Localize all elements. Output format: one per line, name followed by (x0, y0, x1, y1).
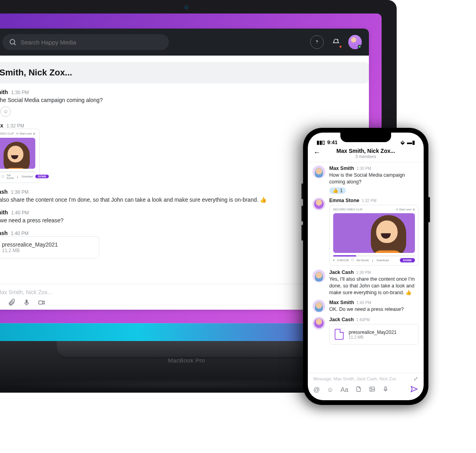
message: Max Smith1:30 PM How is the Social Media… (313, 166, 419, 194)
send-icon[interactable] (410, 385, 418, 395)
expand-icon[interactable]: ⤢ (413, 376, 418, 382)
message-time: 1:30 PM (357, 166, 371, 171)
search-box[interactable] (2, 34, 169, 50)
video-frame[interactable] (333, 213, 415, 253)
file-attachment[interactable]: pressrealice_May2021 11.2 MB (0, 236, 99, 258)
file-name: pressrealice_May2021 (349, 330, 397, 335)
video-download[interactable]: Download (21, 175, 33, 178)
message-time: 1:40 PM (357, 301, 371, 305)
search-input[interactable] (21, 39, 163, 46)
message-author: Max Smith (0, 89, 8, 95)
avatar[interactable] (313, 270, 325, 282)
video-frame[interactable] (0, 138, 35, 169)
video-startover[interactable]: Start over (19, 132, 32, 135)
restart-icon[interactable]: ⟳ (16, 132, 19, 135)
message-time: 1:38 PM (356, 270, 371, 275)
emoji-icon[interactable]: ☺ (0, 300, 0, 307)
composer-toolbar: @ ☺ Aa (313, 385, 418, 395)
avatar[interactable] (313, 317, 325, 330)
video-title: RECORD VIDEO CLIP (333, 208, 363, 211)
video-progress[interactable] (0, 171, 35, 172)
message-author: Jack Cash (0, 189, 8, 195)
message-author: Jack Cash (329, 317, 354, 322)
close-icon[interactable]: ⊗ (33, 132, 35, 135)
avatar[interactable] (313, 166, 325, 178)
app-topbar (0, 29, 369, 56)
phone-header: ← Max Smith, Nick Zox... 3 members (308, 146, 424, 162)
profile-avatar[interactable] (348, 35, 362, 49)
svg-point-2 (317, 43, 317, 44)
video-setthumb[interactable]: Set thumb (7, 174, 14, 179)
attachment-icon[interactable] (8, 299, 15, 308)
message-body: How is the Social Media campaign coming … (0, 96, 369, 104)
video-progress[interactable] (333, 255, 415, 256)
phone-chat-body[interactable]: Max Smith1:30 PM How is the Social Media… (308, 162, 424, 373)
file-icon (335, 329, 344, 340)
back-icon[interactable]: ← (313, 148, 321, 157)
download-icon[interactable]: ⭳ (371, 259, 374, 262)
laptop-camera (185, 6, 188, 9)
svg-point-1 (10, 39, 15, 44)
svg-rect-4 (25, 300, 27, 304)
phone-screen: ▮▮▯ 9:41 ⬙▬▮ ← Max Smith, Nick Zox... 3 … (308, 133, 424, 400)
reaction-pill[interactable]: 👍 1 (329, 187, 346, 194)
chat-subtitle: 3 members (308, 154, 424, 159)
thumbnail-icon[interactable]: ▢ (351, 258, 354, 262)
message: Emma Stone1:32 PM RECORD VIDEO CLIP ⟳ St… (313, 198, 419, 266)
message-time: 1:38 PM (11, 189, 29, 195)
wifi-icon: ⬙ (401, 139, 405, 145)
svg-rect-5 (38, 301, 42, 304)
composer-placeholder[interactable]: Message: Max Smith, Jack Cash, Nick Zox (313, 376, 396, 381)
video-download[interactable]: Download (376, 259, 389, 262)
status-time: 9:41 (327, 139, 338, 145)
video-icon[interactable] (38, 299, 46, 308)
message-body: OK. Do we need a press release? (329, 306, 419, 313)
message-author: Jack Cash (0, 230, 8, 236)
file-attachment[interactable]: pressrealice_May2021 11.2 MB (329, 324, 419, 345)
emoji-icon[interactable]: ☺ (327, 386, 333, 393)
avatar[interactable] (313, 300, 325, 312)
download-icon[interactable]: ⭳ (16, 175, 19, 178)
channel-header[interactable]: ax Smith, Nick Zox... (0, 62, 369, 83)
svg-point-3 (337, 39, 338, 40)
image-icon[interactable] (369, 386, 375, 394)
message-time: 1:40 PM (11, 210, 29, 216)
message-time: 1:30 PM (11, 90, 29, 95)
avatar[interactable] (313, 198, 325, 210)
reaction-count: 1 (340, 188, 343, 193)
phone-device: ▮▮▯ 9:41 ⬙▬▮ ← Max Smith, Nick Zox... 3 … (303, 128, 428, 405)
microphone-icon[interactable] (23, 299, 31, 308)
video-title: RECORD VIDEO CLIP (0, 132, 14, 135)
message-time: 1:40PM (356, 318, 370, 322)
thumbnail-icon[interactable]: ▢ (2, 175, 4, 178)
phone-composer[interactable]: Message: Max Smith, Jack Cash, Nick Zox … (308, 373, 424, 400)
add-reaction-icon[interactable]: ☺︎ (0, 106, 11, 117)
format-icon[interactable]: Aa (341, 386, 349, 393)
file-icon[interactable] (355, 386, 362, 394)
svg-point-7 (371, 388, 372, 389)
message: Max Smith1:40 PM OK. Do we need a press … (313, 300, 419, 313)
chat-title[interactable]: Max Smith, Nick Zox... (308, 148, 424, 154)
message: Max Smith 1:30 PM How is the Social Medi… (0, 89, 369, 117)
play-icon[interactable]: ▸ (333, 258, 335, 262)
message-author: Max Smith (329, 300, 354, 305)
video-clip-card[interactable]: RECORD VIDEO CLIP ⟳ Start over ⊗ ▸ 0:40/… (329, 205, 419, 266)
whats-new-icon[interactable] (329, 35, 343, 49)
reaction-emoji: 👍 (332, 188, 338, 193)
close-icon[interactable]: ⊗ (413, 208, 415, 211)
mention-icon[interactable]: @ (313, 386, 320, 393)
signal-icon: ▮▮▯ (317, 139, 325, 145)
file-name: pressrealice_May2021 (2, 241, 58, 248)
microphone-icon[interactable] (382, 386, 389, 394)
video-done-button[interactable]: DONE (400, 258, 415, 262)
video-done-button[interactable]: DONE (35, 175, 49, 178)
video-clip-card[interactable]: RECORD VIDEO CLIP ⟳ Start over ⊗ ▸ 0:40/… (0, 129, 40, 183)
message-time: 1:32 PM (362, 199, 376, 203)
video-startover[interactable]: Start over (399, 208, 412, 211)
phone-notch (340, 133, 391, 142)
file-size: 11.2 MB (2, 248, 58, 253)
help-icon[interactable] (310, 35, 324, 49)
message-author: Max Smith (0, 209, 8, 216)
video-setthumb[interactable]: Set thumb (356, 259, 369, 262)
restart-icon[interactable]: ⟳ (396, 208, 398, 211)
